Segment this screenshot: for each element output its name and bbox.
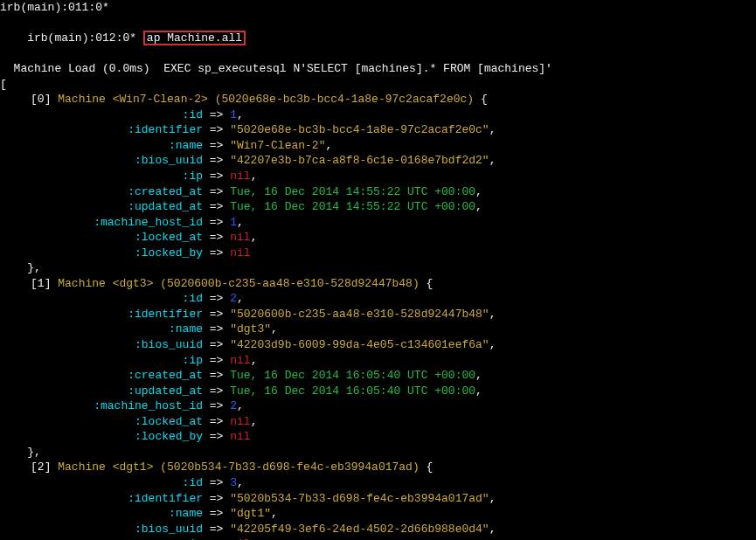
entry-header: [1] Machine <dgt3> (5020600b-c235-aa48-e… [0, 276, 756, 292]
command-text: Machine.all [167, 31, 242, 45]
prev-prompt-line: irb(main):011:0* [0, 0, 756, 16]
kv-row: :created_at => Tue, 16 Dec 2014 14:55:22… [0, 184, 756, 200]
kv-row: :id => 3, [0, 475, 756, 491]
kv-row: :name => "dgt1", [0, 506, 756, 522]
sql-log: Machine Load (0.0ms) EXEC sp_executesql … [0, 61, 756, 77]
kv-row: :name => "dgt3", [0, 322, 756, 337]
entry-close: }, [0, 445, 756, 460]
kv-row: :ip => nil, [0, 353, 756, 369]
kv-row: :updated_at => Tue, 16 Dec 2014 14:55:22… [0, 199, 756, 215]
irb-prompt: irb(main):012:0* [27, 31, 136, 45]
kv-row: :ip => nil, [0, 169, 756, 184]
kv-row: :bios_uuid => "42207e3b-b7ca-a8f8-6c1e-0… [0, 153, 756, 169]
cmd-prefix [136, 31, 143, 45]
kv-row: :bios_uuid => "42203d9b-6009-99da-4e05-c… [0, 337, 756, 353]
entry-header: [2] Machine <dgt1> (5020b534-7b33-d698-f… [0, 460, 756, 475]
entry-close: }, [0, 260, 756, 276]
kv-row: :id => 2, [0, 291, 756, 307]
kv-row: :locked_by => nil [0, 429, 756, 445]
kv-row: :created_at => Tue, 16 Dec 2014 16:05:40… [0, 368, 756, 384]
entry-header: [0] Machine <Win7-Clean-2> (5020e68e-bc3… [0, 92, 756, 107]
prompt-line[interactable]: irb(main):012:0* ap Machine.all [0, 16, 756, 62]
kv-row: :identifier => "5020600b-c235-aa48-e310-… [0, 307, 756, 322]
kv-row: :locked_at => nil, [0, 230, 756, 246]
ap-call: ap [147, 31, 167, 45]
kv-row: :id => 1, [0, 107, 756, 123]
kv-row: :ip => nil, [0, 537, 756, 540]
entries-container: [0] Machine <Win7-Clean-2> (5020e68e-bc3… [0, 92, 756, 540]
kv-row: :name => "Win7-Clean-2", [0, 138, 756, 154]
kv-row: :locked_by => nil [0, 246, 756, 261]
kv-row: :machine_host_id => 2, [0, 398, 756, 414]
kv-row: :locked_at => nil, [0, 414, 756, 430]
command-highlight: ap Machine.all [143, 31, 246, 45]
kv-row: :machine_host_id => 1, [0, 215, 756, 231]
kv-row: :identifier => "5020e68e-bc3b-bcc4-1a8e-… [0, 122, 756, 138]
kv-row: :identifier => "5020b534-7b33-d698-fe4c-… [0, 491, 756, 507]
open-bracket: [ [0, 77, 756, 93]
terminal-output[interactable]: irb(main):011:0* irb(main):012:0* ap Mac… [0, 0, 756, 540]
kv-row: :updated_at => Tue, 16 Dec 2014 16:05:40… [0, 384, 756, 399]
kv-row: :bios_uuid => "42205f49-3ef6-24ed-4502-2… [0, 522, 756, 537]
